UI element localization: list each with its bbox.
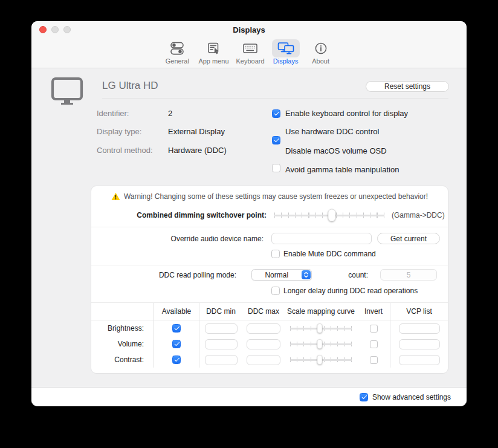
col-vcp-list: VCP list [390, 303, 448, 320]
warning-text: Warning! Changing some of these settings… [124, 192, 428, 201]
contrast-ddc-min-input[interactable] [205, 355, 238, 365]
identifier-label: Identifier: [97, 109, 129, 118]
mute-ddc-label: Enable Mute DDC command [283, 250, 376, 258]
dimming-switchover-label: Combined dimming switchover point: [91, 211, 267, 219]
avoid-gamma-label: Avoid gamma table manipulation [285, 166, 399, 174]
polling-mode-value: Normal [252, 271, 302, 279]
stepper-icon [302, 270, 311, 279]
brightness-ddc-min-input[interactable] [205, 323, 238, 334]
volume-available-checkbox[interactable] [172, 340, 181, 348]
tab-keyboard[interactable]: Keyboard [236, 39, 265, 65]
hardware-ddc-label: Use hardware DDC control [285, 128, 379, 136]
info-icon [307, 39, 335, 57]
dimming-suffix: (Gamma->DDC) [392, 211, 445, 219]
zoom-button[interactable] [63, 26, 71, 33]
control-method-label: Control method: [97, 146, 153, 155]
displays-preferences-window: Displays General [31, 21, 467, 406]
control-method-value: Hardware (DDC) [168, 146, 227, 155]
contrast-invert-checkbox[interactable] [370, 356, 378, 364]
brightness-ddc-max-input[interactable] [247, 323, 280, 334]
contrast-vcp-input[interactable] [399, 355, 440, 365]
preferences-toolbar: General App menu [31, 38, 467, 68]
brightness-invert-checkbox[interactable] [370, 325, 378, 333]
brightness-vcp-input[interactable] [399, 323, 440, 334]
show-advanced-label: Show advanced settings [372, 393, 451, 401]
dimming-switchover-slider[interactable] [274, 209, 384, 221]
count-label: count: [341, 271, 368, 279]
divider [91, 227, 448, 227]
volume-curve-slider[interactable] [290, 339, 352, 349]
monitor-icon [51, 76, 83, 105]
col-available: Available [154, 303, 199, 320]
tab-about[interactable]: About [307, 39, 335, 65]
volume-ddc-max-input[interactable] [247, 339, 280, 349]
volume-row-label: Volume: [91, 336, 154, 352]
tab-displays-label: Displays [273, 57, 299, 65]
warning-icon [111, 192, 120, 201]
identifier-value: 2 [168, 109, 172, 118]
tab-general-label: General [166, 57, 189, 65]
window-title: Displays [233, 25, 265, 34]
reset-settings-button[interactable]: Reset settings [366, 81, 449, 92]
displays-icon [272, 39, 300, 57]
slider-thumb[interactable] [328, 209, 335, 222]
tab-app-menu[interactable]: App menu [198, 39, 228, 65]
contrast-ddc-max-input[interactable] [247, 355, 280, 365]
displays-pane: LG Ultra HD Reset settings Identifier: 2… [31, 68, 467, 387]
toggles-icon [163, 39, 191, 57]
audio-name-label: Override audio device name: [91, 235, 264, 243]
brightness-curve-slider[interactable] [290, 323, 352, 333]
brightness-row-label: Brightness: [91, 320, 154, 336]
get-current-button[interactable]: Get current [377, 233, 440, 244]
brightness-available-checkbox[interactable] [172, 324, 181, 333]
contrast-available-checkbox[interactable] [172, 355, 181, 364]
tab-about-label: About [312, 57, 329, 65]
close-button[interactable] [39, 26, 47, 33]
divider [91, 265, 448, 265]
traffic-lights [39, 26, 71, 33]
volume-vcp-input[interactable] [399, 339, 440, 349]
tab-displays[interactable]: Displays [272, 39, 300, 65]
col-ddc-min: DDC min [199, 303, 242, 320]
menu-cursor-icon [199, 39, 227, 57]
footer-bar: Show advanced settings [31, 387, 467, 406]
tab-keyboard-label: Keyboard [236, 57, 265, 65]
volume-ddc-min-input[interactable] [205, 339, 238, 349]
longer-delay-label: Longer delay during DDC read operations [283, 287, 418, 295]
contrast-curve-slider[interactable] [290, 355, 352, 365]
show-advanced-checkbox[interactable] [360, 393, 368, 401]
display-name: LG Ultra HD [102, 80, 158, 92]
audio-name-input[interactable] [271, 233, 372, 244]
longer-delay-checkbox[interactable] [271, 287, 280, 295]
disable-osd-label: Disable macOS volume OSD [285, 147, 387, 155]
col-ddc-max: DDC max [242, 303, 285, 320]
polling-mode-dropdown[interactable]: Normal [251, 269, 312, 281]
hardware-ddc-checkbox[interactable] [272, 136, 280, 144]
control-parameters-table: Available DDC min DDC max Scale mapping … [91, 302, 448, 373]
minimize-button[interactable] [51, 26, 59, 33]
polling-mode-label: DDC read polling mode: [91, 271, 236, 279]
keyboard-control-label: Enable keyboard control for display [285, 109, 408, 118]
contrast-row-label: Contrast: [91, 352, 154, 368]
tab-app-menu-label: App menu [198, 57, 228, 65]
advanced-settings-panel: Warning! Changing some of these settings… [91, 186, 448, 374]
keyboard-control-checkbox[interactable] [272, 109, 280, 118]
divider [102, 98, 448, 99]
keyboard-icon [236, 39, 264, 57]
disable-osd-checkbox[interactable] [272, 164, 280, 172]
tab-general[interactable]: General [163, 39, 191, 65]
count-input[interactable] [380, 269, 437, 281]
title-bar[interactable]: Displays [31, 21, 467, 38]
col-invert: Invert [357, 303, 390, 320]
display-type-value: External Display [168, 128, 225, 136]
col-scale-curve: Scale mapping curve [285, 303, 357, 320]
display-type-label: Display type: [97, 128, 141, 136]
mute-ddc-checkbox[interactable] [271, 250, 280, 258]
volume-invert-checkbox[interactable] [370, 340, 378, 348]
